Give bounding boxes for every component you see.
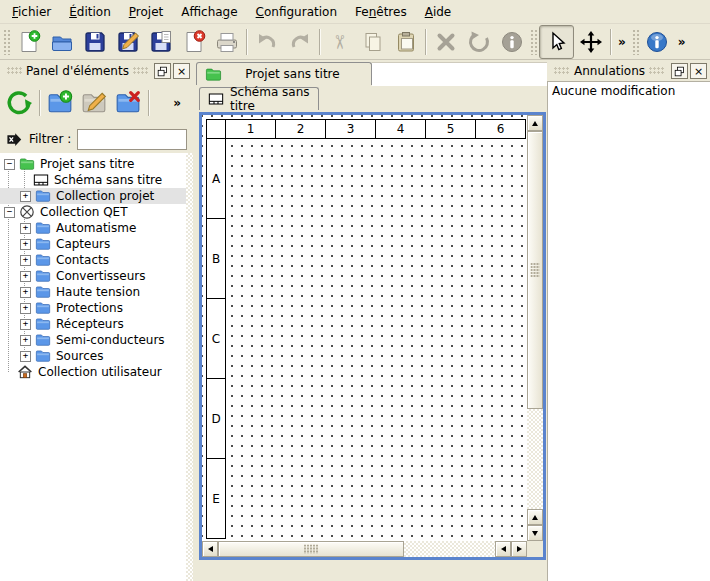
tree-item-haute-tension[interactable]: + Haute tension (0, 284, 193, 300)
menu-projet[interactable]: Projet (120, 2, 172, 22)
toolbar-drag-handle[interactable] (632, 29, 639, 55)
tree-item-contacts[interactable]: + Contacts (0, 252, 193, 268)
menu-aide[interactable]: Aide (416, 2, 461, 22)
expander-plus-icon[interactable]: + (20, 287, 31, 298)
tree-item-automatisme[interactable]: + Automatisme (0, 220, 193, 236)
edit-category-button[interactable] (77, 85, 111, 121)
tree-item-semi-conducteurs[interactable]: + Semi-conducteurs (0, 332, 193, 348)
cut-button[interactable]: ✂ (323, 26, 356, 58)
tree-item-schema[interactable]: Schéma sans titre (0, 172, 193, 188)
schema-icon (33, 172, 49, 188)
cut-icon: ✂ (328, 34, 350, 50)
copy-button[interactable] (356, 26, 389, 58)
open-button[interactable] (45, 26, 78, 58)
expander-minus-icon[interactable]: − (4, 207, 15, 218)
save-button[interactable] (78, 26, 111, 58)
clear-filter-icon[interactable] (6, 131, 23, 148)
tree-item-collection-projet[interactable]: + Collection projet (0, 188, 193, 204)
horizontal-scrollbar-track[interactable] (404, 541, 495, 557)
thumb-grip (531, 263, 540, 277)
tree-item-label: Semi-conducteurs (56, 333, 165, 347)
menu-edition[interactable]: Édition (60, 2, 120, 22)
toolbar-overflow-button[interactable]: » (614, 35, 630, 49)
expander-plus-icon[interactable]: + (20, 303, 31, 314)
close-panel-button[interactable]: × (173, 63, 190, 79)
redo-button[interactable] (283, 26, 316, 58)
save-all-button[interactable] (144, 26, 177, 58)
move-icon (579, 30, 603, 54)
tree-item-collection-qet[interactable]: − Collection QET (0, 204, 193, 220)
toolbar-drag-handle[interactable] (530, 29, 537, 55)
undo-button[interactable] (250, 26, 283, 58)
tree-scrollbar-track[interactable] (186, 153, 193, 581)
restore-window-icon (157, 66, 168, 77)
new-project-button[interactable] (12, 26, 45, 58)
tab-project[interactable]: Projet sans titre (196, 62, 372, 85)
delete-category-button[interactable] (111, 85, 145, 121)
new-category-button[interactable] (43, 85, 77, 121)
select-mode-button[interactable] (539, 25, 574, 59)
folder-icon (35, 236, 51, 252)
folder-icon (35, 332, 51, 348)
delete-button[interactable] (429, 26, 462, 58)
expander-plus-icon[interactable]: + (20, 351, 31, 362)
expander-plus-icon[interactable]: + (20, 239, 31, 250)
vertical-scrollbar-track[interactable] (527, 409, 543, 509)
scroll-down-button[interactable] (527, 525, 543, 541)
close-file-button[interactable] (177, 26, 210, 58)
expander-plus-icon[interactable]: + (20, 255, 31, 266)
scroll-left-button[interactable] (202, 541, 218, 557)
tree-item-project[interactable]: − Projet sans titre (0, 156, 193, 172)
menu-fichier[interactable]: Fichier (3, 2, 60, 22)
tree-item-label: Protections (56, 301, 123, 315)
scroll-left-button[interactable] (495, 541, 511, 557)
tree-item-collection-utilisateur[interactable]: Collection utilisateur (0, 364, 193, 380)
reload-collections-button[interactable] (2, 85, 36, 121)
filter-input[interactable] (77, 129, 187, 150)
tree-item-recepteurs[interactable]: + Récepteurs (0, 316, 193, 332)
diagram-canvas[interactable]: 1 2 3 4 5 6 A B C D E (202, 115, 527, 541)
about-info-button[interactable] (641, 26, 674, 58)
toolbar-overflow-button[interactable]: » (674, 35, 690, 49)
expander-plus-icon[interactable]: + (20, 335, 31, 346)
toolbar-drag-handle[interactable] (3, 29, 10, 55)
row-header: D (206, 378, 226, 459)
tree-item-protections[interactable]: + Protections (0, 300, 193, 316)
print-button[interactable] (210, 26, 243, 58)
expander-plus-icon[interactable]: + (20, 223, 31, 234)
up-arrow-icon (532, 121, 538, 126)
undo-list-item[interactable]: Aucune modification (548, 82, 710, 100)
menu-bar: Fichier Édition Projet Affichage Configu… (0, 0, 710, 24)
tree-item-sources[interactable]: + Sources (0, 348, 193, 364)
horizontal-scrollbar (202, 541, 527, 557)
scroll-right-button[interactable] (511, 541, 527, 557)
scroll-up-button[interactable] (527, 509, 543, 525)
rotate-button[interactable] (462, 26, 495, 58)
float-panel-button[interactable] (671, 63, 688, 79)
expander-plus-icon[interactable]: + (20, 191, 31, 202)
vertical-scrollbar-thumb[interactable] (527, 131, 543, 409)
panel-toolbar-overflow-button[interactable]: » (169, 96, 185, 110)
save-as-button[interactable] (111, 26, 144, 58)
scroll-up-button[interactable] (527, 115, 543, 131)
element-info-button[interactable] (495, 26, 528, 58)
menu-configuration[interactable]: Configuration (247, 2, 346, 22)
paste-button[interactable] (389, 26, 422, 58)
close-panel-button[interactable]: × (690, 63, 707, 79)
tree-item-label: Capteurs (56, 237, 110, 251)
tree-item-label: Collection projet (56, 189, 154, 203)
tree-item-capteurs[interactable]: + Capteurs (0, 236, 193, 252)
tree-item-convertisseurs[interactable]: + Convertisseurs (0, 268, 193, 284)
expander-plus-icon[interactable]: + (20, 319, 31, 330)
elements-panel-titlebar[interactable]: Panel d'éléments × (0, 60, 193, 81)
paste-icon (394, 30, 418, 54)
expander-plus-icon[interactable]: + (20, 271, 31, 282)
menu-affichage[interactable]: Affichage (172, 2, 246, 22)
horizontal-scrollbar-thumb[interactable] (218, 541, 404, 557)
menu-fenetres[interactable]: Fenêtres (346, 2, 416, 22)
float-panel-button[interactable] (154, 63, 171, 79)
expander-minus-icon[interactable]: − (4, 159, 15, 170)
tab-schema[interactable]: Schéma sans titre (199, 87, 319, 110)
undo-panel-titlebar[interactable]: Annulations × (547, 60, 710, 81)
move-mode-button[interactable] (574, 26, 607, 58)
